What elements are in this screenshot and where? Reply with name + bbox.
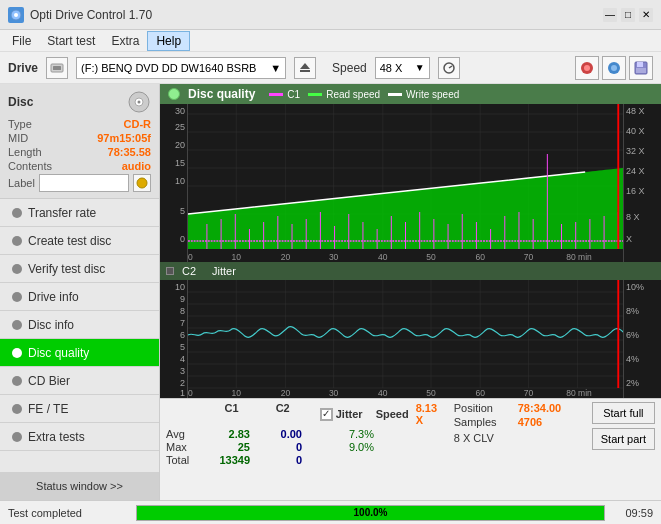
- label-input[interactable]: [39, 174, 129, 192]
- label-button[interactable]: [133, 174, 151, 192]
- maximize-button[interactable]: □: [621, 8, 635, 22]
- svg-text:10: 10: [232, 388, 242, 398]
- start-full-button[interactable]: Start full: [592, 402, 655, 424]
- nav-label-verify: Verify test disc: [28, 262, 105, 276]
- speed-set-button[interactable]: [438, 57, 460, 79]
- top-chart-svg: 0 10 20 30 40 50 60 70 80 min: [188, 104, 623, 262]
- svg-text:10: 10: [232, 252, 242, 262]
- nav-circle-cdbier: [12, 376, 22, 386]
- app-icon: [8, 7, 24, 23]
- nav-cd-bier[interactable]: CD Bier: [0, 367, 159, 395]
- legend-read-color: [308, 93, 322, 96]
- total-c1: 13349: [206, 454, 258, 466]
- svg-point-11: [611, 65, 617, 71]
- toolbar-btn-1[interactable]: [575, 56, 599, 80]
- position-label: Position: [454, 402, 514, 414]
- legend-c1-color: [269, 93, 283, 96]
- max-jitter: 9.0%: [322, 441, 382, 453]
- y-label-10: 10: [175, 176, 185, 186]
- minimize-button[interactable]: —: [603, 8, 617, 22]
- top-chart-main: 0 10 20 30 40 50 60 70 80 min: [188, 104, 623, 262]
- progress-text: 100.0%: [354, 507, 388, 518]
- menu-extra[interactable]: Extra: [103, 32, 147, 50]
- bottom-chart-label: C2 Jitter: [160, 262, 661, 280]
- avg-label: Avg: [166, 428, 206, 440]
- nav-fe-te[interactable]: FE / TE: [0, 395, 159, 423]
- nav-drive-info[interactable]: Drive info: [0, 283, 159, 311]
- nav-verify-test-disc[interactable]: Verify test disc: [0, 255, 159, 283]
- contents-value: audio: [122, 160, 151, 172]
- nav-circle-disc: [12, 320, 22, 330]
- time-display: 09:59: [613, 507, 653, 519]
- nav-label-drive: Drive info: [28, 290, 79, 304]
- mid-value: 97m15:05f: [97, 132, 151, 144]
- action-buttons: Start full Start part: [592, 402, 655, 450]
- svg-text:60: 60: [475, 252, 485, 262]
- menu-bar: File Start test Extra Help: [0, 30, 661, 52]
- avg-jitter: 7.3%: [322, 428, 382, 440]
- checkbox-check: ✓: [322, 409, 330, 419]
- bottom-chart-main: 0 10 20 30 40 50 60 70 80 min: [188, 280, 623, 398]
- speed-unit: 8 X CLV: [454, 432, 494, 444]
- start-part-button[interactable]: Start part: [592, 428, 655, 450]
- avg-c1: 2.83: [206, 428, 258, 440]
- disc-icon: [127, 90, 151, 114]
- col-header-jitter: Jitter: [336, 408, 363, 420]
- nav-disc-info[interactable]: Disc info: [0, 311, 159, 339]
- toolbar-btn-2[interactable]: [602, 56, 626, 80]
- jitter-label: Jitter: [212, 265, 236, 277]
- y-right-x: X: [626, 234, 632, 244]
- y-label-25: 25: [175, 122, 185, 132]
- toolbar-btn-save[interactable]: [629, 56, 653, 80]
- nav-circle-extra: [12, 432, 22, 442]
- status-window-button[interactable]: Status window >>: [0, 472, 159, 500]
- svg-text:40: 40: [378, 252, 388, 262]
- menu-help[interactable]: Help: [147, 31, 190, 51]
- svg-rect-13: [637, 62, 643, 67]
- type-value: CD-R: [124, 118, 152, 130]
- y-axis-right-bottom: 10% 8% 6% 4% 2%: [623, 280, 661, 398]
- stats-table: C1 C2 ✓ Jitter Speed 8.13 X Avg 2.83: [166, 402, 446, 466]
- nav-disc-quality[interactable]: Disc quality: [0, 339, 159, 367]
- speed-position-info: Position 78:34.00 Samples 4706 8 X CLV: [454, 402, 584, 444]
- y-label-30: 30: [175, 106, 185, 116]
- svg-point-18: [137, 178, 147, 188]
- c2-label: C2: [182, 265, 196, 277]
- drive-dropdown[interactable]: (F:) BENQ DVD DD DW1640 BSRB ▼: [76, 57, 286, 79]
- speed-value: 48 X: [380, 62, 403, 74]
- svg-text:20: 20: [281, 252, 291, 262]
- menu-file[interactable]: File: [4, 32, 39, 50]
- y-label-0-top: 0: [180, 234, 185, 244]
- svg-text:30: 30: [329, 252, 339, 262]
- svg-text:20: 20: [281, 388, 291, 398]
- eject-button[interactable]: [294, 57, 316, 79]
- length-value: 78:35.58: [108, 146, 151, 158]
- speed-chevron: ▼: [415, 62, 425, 73]
- position-value: 78:34.00: [518, 402, 561, 414]
- menu-start-test[interactable]: Start test: [39, 32, 103, 50]
- nav-create-test-disc[interactable]: Create test disc: [0, 227, 159, 255]
- jitter-checkbox[interactable]: ✓: [320, 408, 333, 421]
- nav-extra-tests[interactable]: Extra tests: [0, 423, 159, 451]
- y-right-24x: 24 X: [626, 166, 645, 176]
- nav-transfer-rate[interactable]: Transfer rate: [0, 199, 159, 227]
- type-label: Type: [8, 118, 32, 130]
- progress-bar: 100.0%: [137, 506, 604, 520]
- svg-rect-5: [300, 70, 310, 72]
- avg-speed-value: 8.13 X: [416, 402, 446, 426]
- stats-bar: C1 C2 ✓ Jitter Speed 8.13 X Avg 2.83: [160, 398, 661, 500]
- svg-text:50: 50: [426, 252, 436, 262]
- disc-section: Disc Type CD-R MID 97m15:05f Length 78:3…: [0, 84, 159, 199]
- close-button[interactable]: ✕: [639, 8, 653, 22]
- max-c2: 0: [258, 441, 310, 453]
- status-bar: Test completed 100.0% 09:59: [0, 500, 661, 524]
- chart-header-icon: [168, 88, 180, 100]
- svg-rect-3: [53, 66, 61, 70]
- drive-value: (F:) BENQ DVD DD DW1640 BSRB: [81, 62, 256, 74]
- svg-marker-4: [300, 63, 310, 69]
- length-label: Length: [8, 146, 42, 158]
- svg-text:80 min: 80 min: [566, 388, 592, 398]
- nav-circle-drive: [12, 292, 22, 302]
- nav-label-cdbier: CD Bier: [28, 374, 70, 388]
- svg-line-7: [449, 66, 452, 68]
